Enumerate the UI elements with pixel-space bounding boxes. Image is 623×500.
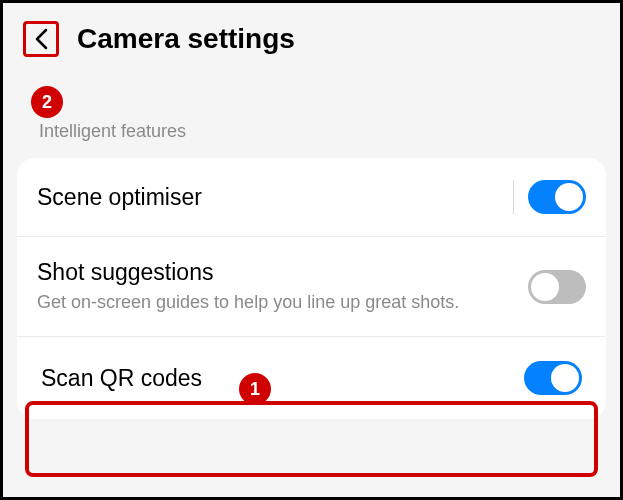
toggle-knob [531, 273, 559, 301]
toggle-shot-suggestions[interactable] [528, 270, 586, 304]
setting-scan-qr[interactable]: Scan QR codes [17, 337, 606, 419]
setting-text: Scan QR codes [41, 365, 524, 392]
setting-title: Shot suggestions [37, 259, 508, 286]
chevron-left-icon [34, 28, 48, 50]
setting-text: Shot suggestions Get on-screen guides to… [37, 259, 528, 314]
toggle-group [513, 180, 586, 214]
toggle-divider [513, 180, 514, 214]
annotation-badge-2: 2 [31, 86, 63, 118]
toggle-knob [551, 364, 579, 392]
setting-text: Scene optimiser [37, 184, 513, 211]
toggle-knob [555, 183, 583, 211]
toggle-scene-optimiser[interactable] [528, 180, 586, 214]
toggle-scan-qr[interactable] [524, 361, 582, 395]
setting-shot-suggestions[interactable]: Shot suggestions Get on-screen guides to… [17, 237, 606, 337]
annotation-badge-1: 1 [239, 373, 271, 405]
setting-scene-optimiser[interactable]: Scene optimiser [17, 158, 606, 237]
page-title: Camera settings [77, 23, 295, 55]
setting-description: Get on-screen guides to help you line up… [37, 290, 508, 314]
setting-title: Scene optimiser [37, 184, 493, 211]
back-button[interactable] [23, 21, 59, 57]
setting-title: Scan QR codes [41, 365, 504, 392]
header: Camera settings [3, 3, 620, 71]
settings-card: Scene optimiser Shot suggestions Get on-… [17, 158, 606, 419]
section-header: Intelligent features [3, 71, 620, 152]
